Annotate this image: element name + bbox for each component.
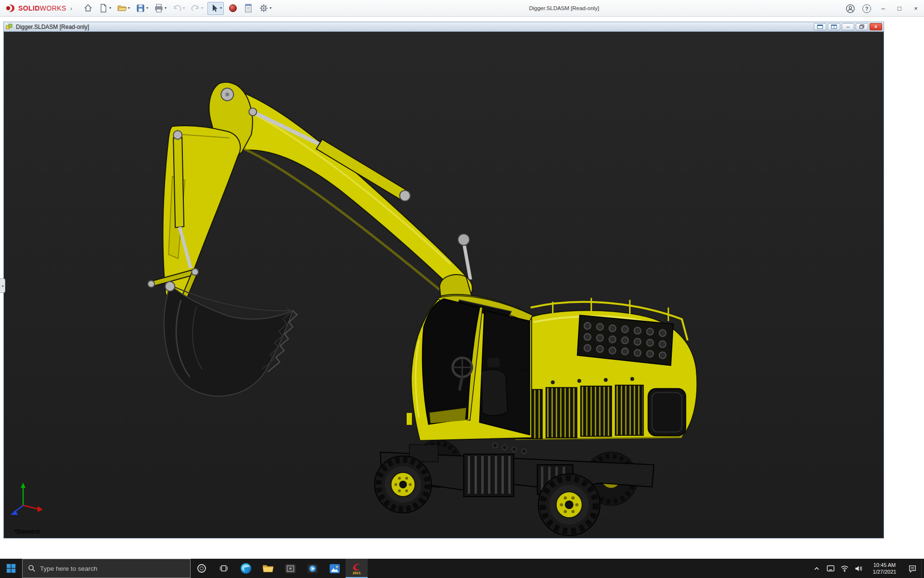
new-document-button[interactable]: ▾ [97,2,113,15]
excavator-stick [148,126,240,328]
view-orientation-label: *Dimetric [14,528,41,535]
excavator-cab [406,294,532,453]
document-properties-icon [244,3,253,13]
document-properties-button[interactable] [242,2,255,15]
open-button[interactable]: ▾ [116,2,131,15]
volume-tray-button[interactable] [851,559,865,578]
dropdown-caret[interactable]: ▾ [270,6,271,10]
doc-toolbar-button-1[interactable] [814,23,826,30]
select-arrow-icon [209,3,219,13]
network-tray-button[interactable] [837,559,851,578]
photos-app-button[interactable] [323,559,346,578]
redo-icon [191,3,200,13]
windows-logo-icon [6,563,16,574]
render-sphere-button[interactable] [227,2,239,15]
solidworks-version-badge: 2021 [353,571,361,575]
dropdown-caret[interactable]: ▾ [220,6,222,10]
dropdown-caret[interactable]: ▾ [109,6,111,10]
save-icon [136,3,145,13]
edge-button[interactable] [235,559,257,578]
taskbar-search[interactable] [22,559,191,578]
cortana-icon [196,563,207,574]
new-document-icon [99,3,108,13]
hidden-icons-button[interactable] [809,559,823,578]
options-button[interactable]: ▾ [257,2,273,15]
task-view-button[interactable] [213,559,235,578]
doc-toolbar-button-2[interactable] [828,23,840,30]
dropdown-caret[interactable]: ▾ [146,6,148,10]
open-folder-icon [117,3,127,13]
cortana-button[interactable] [191,559,213,578]
undo-button[interactable]: ▾ [171,2,186,15]
doc-minimize-button[interactable]: – [842,23,854,30]
document-window: Digger.SLDASM [Read-only] – × [3,22,884,539]
search-input[interactable] [40,565,190,572]
network-wifi-icon [840,565,849,572]
solidworks-logo-icon [5,3,16,13]
close-button[interactable]: × [908,0,924,16]
help-icon: ? [862,4,871,13]
dropdown-caret[interactable]: ▾ [165,6,167,10]
excavator-bucket [164,281,297,396]
notification-center-button[interactable] [904,559,921,578]
screenshot-app-button[interactable] [279,559,301,578]
save-button[interactable]: ▾ [134,2,150,15]
clock-date: 1/27/2021 [865,568,904,575]
redo-button[interactable]: ▾ [189,2,205,15]
account-button[interactable] [842,0,859,16]
tablet-tray-button[interactable] [823,559,837,578]
select-tool-button[interactable]: ▾ [207,2,224,15]
menu-expand-chevron[interactable]: › [69,5,76,12]
cab-lights [493,443,526,454]
system-tray: 10:45 AM 1/27/2021 [809,559,924,578]
file-explorer-button[interactable] [257,559,279,578]
graphics-viewport[interactable]: *Dimetric [4,32,884,538]
maximize-button[interactable]: □ [891,0,908,16]
print-button[interactable]: ▾ [153,2,168,15]
excavator-boom [209,82,473,300]
assembly-file-icon [6,23,13,30]
taskbar-clock[interactable]: 10:45 AM 1/27/2021 [865,562,904,576]
options-gear-icon [259,3,269,13]
home-button[interactable] [82,2,94,15]
file-explorer-icon [262,562,274,575]
doc-close-button[interactable]: × [870,23,882,30]
render-sphere-icon [228,3,238,13]
document-title: Digger.SLDASM [Read-only] [16,24,89,30]
doc-restore-button[interactable] [856,23,868,30]
view-triad[interactable] [11,483,43,515]
task-view-icon [218,563,229,574]
split-pane-icon [831,25,837,29]
collapsed-panel-tab[interactable]: ◂ [0,278,5,293]
media-app-button[interactable] [301,559,323,578]
notifications-icon [908,565,917,573]
search-icon [28,565,36,572]
solidworks-app-icon [351,562,362,571]
volume-icon [854,565,863,572]
brand-text: SOLIDWORKS [18,4,66,12]
pane-icon [817,25,823,29]
solidworks-taskbar-button[interactable]: 2021 [346,559,368,578]
tablet-icon [826,565,835,572]
restore-icon [860,25,864,29]
photos-app-icon [329,563,341,575]
dropdown-caret[interactable]: ▾ [183,6,185,10]
application-titlebar: SOLIDWORKS › ▾ ▾ ▾ ▾ ▾ ▾ [0,0,924,17]
undo-icon [172,3,182,13]
excavator-body [515,298,697,439]
window-controls: ? – □ × [842,0,924,17]
help-button[interactable]: ? [859,0,875,16]
start-button[interactable] [0,559,22,578]
dropdown-caret[interactable]: ▾ [128,6,130,10]
edge-icon [240,562,252,575]
document-titlebar[interactable]: Digger.SLDASM [Read-only] – × [4,22,884,32]
home-icon [83,3,93,13]
minimize-button[interactable]: – [875,0,891,16]
quick-access-toolbar: ▾ ▾ ▾ ▾ ▾ ▾ ▾ [82,2,273,15]
show-desktop-button[interactable] [921,559,924,578]
clock-time: 10:45 AM [865,562,904,568]
dropdown-caret[interactable]: ▾ [201,6,203,10]
media-app-icon [307,563,319,575]
brand-solid: SOLID [18,4,40,12]
chevron-up-icon [813,565,820,571]
